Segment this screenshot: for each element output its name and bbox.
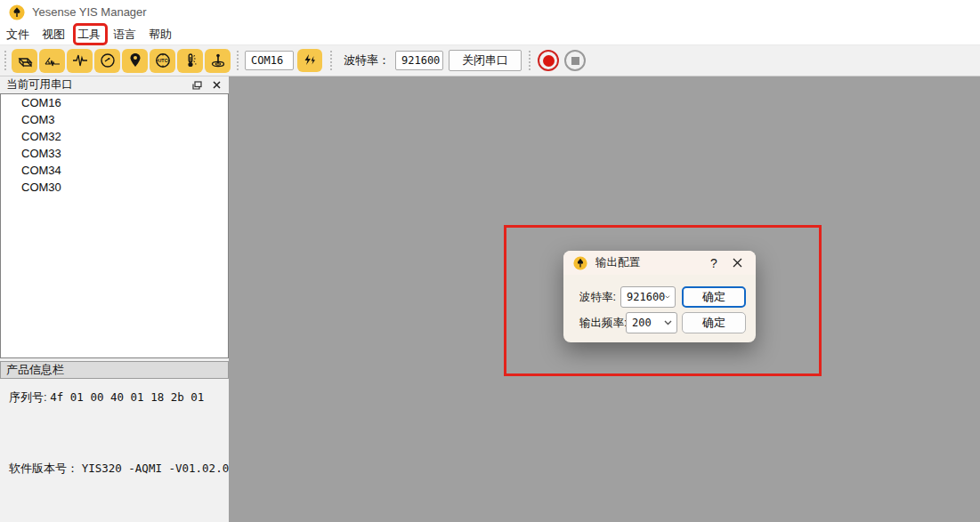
serial-port-panel-title: 当前可用串口 [6,77,190,92]
record-icon [543,55,555,67]
stop-icon [571,57,579,65]
cube-3d-button[interactable] [12,49,37,73]
location-button[interactable] [122,49,148,73]
gauge-button[interactable] [94,49,120,73]
dialog-baud-row: 波特率: 921600 确定 [563,286,756,308]
cube-3d-icon [16,52,34,68]
menu-language[interactable]: 语言 [107,24,142,45]
serial-port-panel: 当前可用串口 COM16 COM3 COM32 COM33 COM34 COM3… [0,76,229,522]
titlebar: Yesense YIS Manager [0,0,980,24]
toolbar-grip[interactable] [527,49,532,72]
dialog-close-icon [733,258,742,268]
toolbar: UTC COM16 [0,45,980,76]
dialog-rate-value: 200 [632,317,652,329]
serial-number-value: 4f 01 00 40 01 18 2b 01 [50,390,204,404]
utc-clock-icon: UTC [154,52,172,69]
thermometer-button[interactable] [177,49,203,73]
menu-tools[interactable]: 工具 [71,24,107,45]
product-info-body: 序列号: 4f 01 00 40 01 18 2b 01 软件版本号： YIS3… [0,379,229,522]
menubar: 文件 视图 工具 语言 帮助 [0,24,980,45]
port-list-item[interactable]: COM33 [1,145,228,162]
dialog-rate-label: 输出频率: [579,316,627,331]
port-list-item[interactable]: COM30 [1,179,228,196]
toolbar-grip[interactable] [328,49,334,72]
chevron-down-icon [664,320,672,325]
dialog-rate-row: 输出频率: 200 确定 [563,312,756,333]
dialog-close-button[interactable] [724,255,750,271]
dialog-baud-value: 921600 [627,291,665,303]
attitude-pin-icon [209,52,227,69]
gauge-icon [99,52,117,69]
close-panel-button[interactable] [209,78,223,92]
dialog-baud-ok-button[interactable]: 确定 [682,286,746,308]
attitude-pin-button[interactable] [205,49,231,73]
dialog-rate-select[interactable]: 200 [626,312,677,333]
waveform-angle-button[interactable] [39,49,65,73]
available-ports-list: COM16 COM3 COM32 COM33 COM34 COM30 [0,93,229,358]
refresh-ports-button[interactable] [297,49,322,72]
port-list-item[interactable]: COM32 [1,128,228,145]
serial-number-label: 序列号: [9,390,47,404]
utc-clock-button[interactable]: UTC [150,49,175,73]
waveform-icon [71,52,89,68]
dialog-baud-label: 波特率: [579,290,616,305]
menu-help[interactable]: 帮助 [142,24,178,45]
stop-button[interactable] [564,50,586,71]
firmware-version-value: YIS320 -AQMI -V01.02.03; [82,462,243,475]
refresh-icon [302,52,318,68]
com-port-select[interactable]: COM16 [245,51,294,70]
close-serial-port-button[interactable]: 关闭串口 [449,50,522,71]
toolbar-grip[interactable] [235,49,240,72]
baud-rate-value: 921600 [401,54,440,67]
dialog-help-button[interactable]: ? [704,256,724,270]
float-panel-icon [192,81,202,90]
app-window: Yesense YIS Manager 文件 视图 工具 语言 帮助 [0,0,980,522]
close-panel-icon [213,81,221,89]
menu-file[interactable]: 文件 [0,24,36,45]
waveform-angle-icon [44,52,61,68]
toolbar-grip[interactable] [3,49,8,72]
float-panel-button[interactable] [190,78,204,92]
dialog-logo-icon [573,256,587,270]
baud-rate-label: 波特率： [344,52,390,68]
com-port-value: COM16 [251,54,283,67]
product-info-title: 产品信息栏 [6,362,64,378]
dialog-titlebar[interactable]: 输出配置 ? [563,251,756,275]
product-info-header: 产品信息栏 [0,361,229,379]
menu-view[interactable]: 视图 [36,24,71,45]
location-pin-icon [127,52,143,69]
port-list-item[interactable]: COM16 [1,94,228,111]
chevron-down-icon [665,294,670,300]
dialog-rate-ok-button[interactable]: 确定 [682,312,746,333]
dialog-baud-select[interactable]: 921600 [620,286,676,308]
thermometer-icon [182,52,199,69]
record-button[interactable] [538,50,559,71]
serial-port-panel-header[interactable]: 当前可用串口 [0,76,229,93]
dialog-title: 输出配置 [595,255,704,270]
window-title: Yesense YIS Manager [32,5,147,19]
app-logo-icon [9,4,25,20]
port-list-item[interactable]: COM34 [1,162,228,179]
baud-rate-select[interactable]: 921600 [395,51,443,70]
firmware-version-label: 软件版本号： [9,462,78,475]
waveform-button[interactable] [67,49,93,73]
svg-text:UTC: UTC [158,58,167,63]
output-config-dialog: 输出配置 ? 波特率: 921600 确定 输出频率: 200 确定 [563,251,756,342]
port-list-item[interactable]: COM3 [1,111,228,128]
